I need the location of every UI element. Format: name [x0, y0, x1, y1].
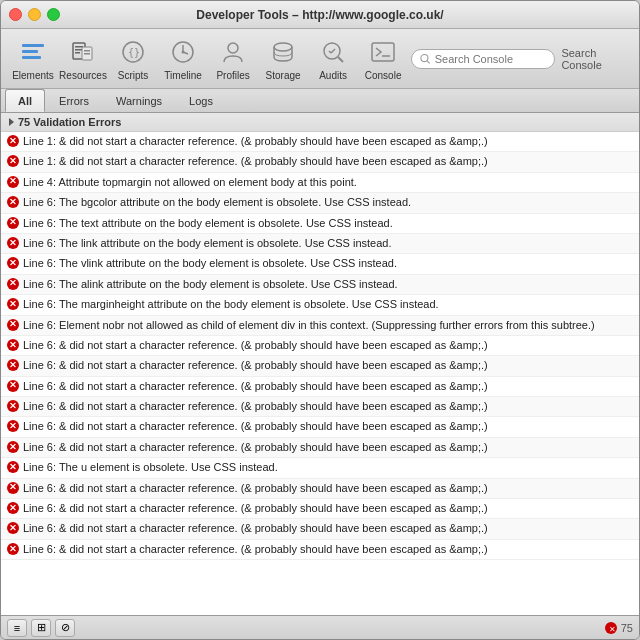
tab-all[interactable]: All [5, 89, 45, 112]
errors-list[interactable]: ✕Line 1: & did not start a character ref… [1, 132, 639, 615]
error-icon: ✕ [7, 217, 19, 229]
svg-rect-6 [75, 52, 80, 54]
console-icon [367, 36, 399, 68]
tree-view-button[interactable]: ⊞ [31, 619, 51, 637]
minimize-button[interactable] [28, 8, 41, 21]
error-item[interactable]: ✕Line 6: The text attribute on the body … [1, 214, 639, 234]
error-item[interactable]: ✕Line 6: & did not start a character ref… [1, 377, 639, 397]
resources-label: Resources [59, 70, 107, 81]
error-icon: ✕ [7, 522, 19, 534]
error-item[interactable]: ✕Line 1: & did not start a character ref… [1, 132, 639, 152]
error-icon: ✕ [7, 380, 19, 392]
section-title: 75 Validation Errors [18, 116, 121, 128]
error-item[interactable]: ✕Line 6: & did not start a character ref… [1, 499, 639, 519]
error-item[interactable]: ✕Line 6: The alink attribute on the body… [1, 275, 639, 295]
toolbar-scripts[interactable]: {} Scripts [109, 33, 157, 85]
svg-rect-9 [84, 53, 90, 55]
error-text: Line 4: Attribute topmargin not allowed … [23, 175, 633, 190]
toolbar-profiles[interactable]: Profiles [209, 33, 257, 85]
error-text: Line 6: The alink attribute on the body … [23, 277, 633, 292]
error-icon: ✕ [7, 420, 19, 432]
stop-button[interactable]: ⊘ [55, 619, 75, 637]
error-text: Line 6: The u element is obsolete. Use C… [23, 460, 633, 475]
error-text: Line 6: The vlink attribute on the body … [23, 256, 633, 271]
error-text: Line 6: The link attribute on the body e… [23, 236, 633, 251]
toolbar-resources[interactable]: Resources [59, 33, 107, 85]
error-item[interactable]: ✕Line 4: Attribute topmargin not allowed… [1, 173, 639, 193]
search-icon [420, 53, 431, 65]
error-item[interactable]: ✕Line 6: & did not start a character ref… [1, 519, 639, 539]
timeline-icon [167, 36, 199, 68]
error-text: Line 6: & did not start a character refe… [23, 521, 633, 536]
toolbar-storage[interactable]: Storage [259, 33, 307, 85]
error-count: ✕ 75 [604, 621, 633, 635]
error-text: Line 6: & did not start a character refe… [23, 501, 633, 516]
tab-warnings[interactable]: Warnings [103, 89, 175, 112]
stop-icon: ⊘ [61, 621, 70, 634]
error-item[interactable]: ✕Line 1: & did not start a character ref… [1, 152, 639, 172]
error-item[interactable]: ✕Line 6: & did not start a character ref… [1, 417, 639, 437]
toolbar-console[interactable]: Console [359, 33, 407, 85]
error-text: Line 6: & did not start a character refe… [23, 338, 633, 353]
error-count-icon: ✕ [604, 621, 618, 635]
traffic-lights [9, 8, 60, 21]
error-item[interactable]: ✕Line 6: & did not start a character ref… [1, 540, 639, 560]
titlebar: Developer Tools – http://www.google.co.u… [1, 1, 639, 29]
error-item[interactable]: ✕Line 6: The marginheight attribute on t… [1, 295, 639, 315]
error-item[interactable]: ✕Line 6: & did not start a character ref… [1, 438, 639, 458]
svg-point-16 [228, 43, 238, 53]
toolbar-audits[interactable]: Audits [309, 33, 357, 85]
toolbar: Elements Resources {} [1, 29, 639, 89]
maximize-button[interactable] [47, 8, 60, 21]
tab-errors[interactable]: Errors [46, 89, 102, 112]
error-item[interactable]: ✕Line 6: The vlink attribute on the body… [1, 254, 639, 274]
error-icon: ✕ [7, 135, 19, 147]
error-text: Line 6: The bgcolor attribute on the bod… [23, 195, 633, 210]
error-icon: ✕ [7, 155, 19, 167]
error-icon: ✕ [7, 400, 19, 412]
tab-logs[interactable]: Logs [176, 89, 226, 112]
error-icon: ✕ [7, 543, 19, 555]
error-item[interactable]: ✕Line 6: Element nobr not allowed as chi… [1, 316, 639, 336]
elements-label: Elements [12, 70, 54, 81]
error-item[interactable]: ✕Line 6: The u element is obsolete. Use … [1, 458, 639, 478]
error-item[interactable]: ✕Line 6: & did not start a character ref… [1, 336, 639, 356]
toolbar-elements[interactable]: Elements [9, 33, 57, 85]
error-text: Line 6: & did not start a character refe… [23, 379, 633, 394]
search-box[interactable] [411, 49, 555, 69]
error-text: Line 6: & did not start a character refe… [23, 440, 633, 455]
error-item[interactable]: ✕Line 6: & did not start a character ref… [1, 479, 639, 499]
error-icon: ✕ [7, 319, 19, 331]
expand-triangle [9, 118, 14, 126]
error-icon: ✕ [7, 502, 19, 514]
svg-rect-1 [22, 50, 38, 53]
svg-point-17 [274, 43, 292, 51]
svg-line-21 [331, 49, 335, 53]
devtools-window: Developer Tools – http://www.google.co.u… [0, 0, 640, 640]
list-icon: ≡ [14, 622, 20, 634]
tree-icon: ⊞ [37, 621, 46, 634]
error-icon: ✕ [7, 196, 19, 208]
svg-line-19 [338, 57, 343, 62]
error-item[interactable]: ✕Line 6: The bgcolor attribute on the bo… [1, 193, 639, 213]
search-console-label: Search Console [561, 47, 631, 71]
svg-rect-22 [372, 43, 394, 61]
scripts-label: Scripts [118, 70, 149, 81]
error-text: Line 6: & did not start a character refe… [23, 542, 633, 557]
error-icon: ✕ [7, 359, 19, 371]
error-item[interactable]: ✕Line 6: & did not start a character ref… [1, 397, 639, 417]
error-icon: ✕ [7, 237, 19, 249]
list-view-button[interactable]: ≡ [7, 619, 27, 637]
error-item[interactable]: ✕Line 6: The link attribute on the body … [1, 234, 639, 254]
svg-text:✕: ✕ [608, 624, 615, 633]
error-text: Line 6: & did not start a character refe… [23, 399, 633, 414]
search-input[interactable] [435, 53, 547, 65]
error-item[interactable]: ✕Line 6: & did not start a character ref… [1, 356, 639, 376]
profiles-label: Profiles [216, 70, 249, 81]
error-icon: ✕ [7, 176, 19, 188]
error-icon: ✕ [7, 278, 19, 290]
toolbar-timeline[interactable]: Timeline [159, 33, 207, 85]
close-button[interactable] [9, 8, 22, 21]
error-text: Line 6: & did not start a character refe… [23, 358, 633, 373]
storage-label: Storage [266, 70, 301, 81]
